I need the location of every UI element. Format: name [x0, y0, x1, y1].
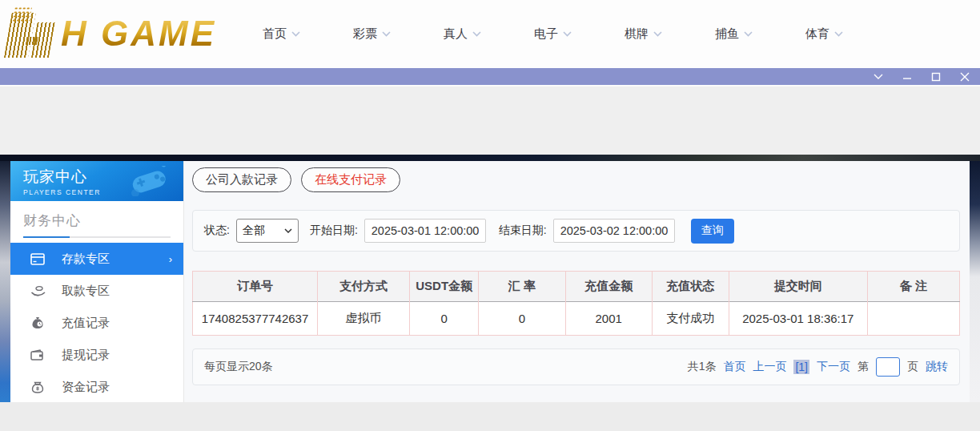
panel-top-border — [0, 155, 980, 161]
main-nav: 首页 彩票 真人 电子 棋牌 捕鱼 体育 — [263, 26, 843, 42]
current-page-indicator[interactable]: [1] — [793, 360, 809, 374]
close-icon — [960, 72, 970, 82]
col-recharge-amount: 充值金额 — [565, 272, 652, 302]
jump-page-input[interactable] — [876, 357, 900, 377]
nav-item-chess[interactable]: 棋牌 — [625, 26, 662, 42]
payment-records-table: 订单号 支付方式 USDT金额 汇 率 充值金额 充值状态 提交时间 备 注 1… — [192, 271, 960, 336]
table-header-row: 订单号 支付方式 USDT金额 汇 率 充值金额 充值状态 提交时间 备 注 — [193, 272, 960, 302]
sidebar-item-label: 存款专区 — [62, 252, 110, 267]
hand-coin-icon — [30, 285, 46, 296]
record-tabs: 公司入款记录 在线支付记录 — [192, 167, 960, 192]
page-background-spacer — [0, 87, 980, 155]
bank-card-icon — [30, 253, 46, 265]
money-bag-icon — [30, 316, 46, 329]
nav-item-lottery[interactable]: 彩票 — [353, 26, 391, 42]
window-maximize-button[interactable] — [929, 70, 943, 83]
window-close-button[interactable] — [958, 70, 972, 83]
chevron-down-icon — [382, 31, 391, 37]
chevron-down-icon — [653, 31, 662, 37]
col-order-number: 订单号 — [193, 272, 318, 302]
first-page-link[interactable]: 首页 — [723, 360, 745, 374]
main-panel: 玩家中心 PLAYERS CENTER 财务中心 — [0, 161, 980, 402]
coin-purse-icon — [30, 381, 46, 393]
next-page-link[interactable]: 下一页 — [817, 360, 850, 374]
top-header: H GAME 首页 彩票 真人 电子 棋牌 捕鱼 体育 — [0, 0, 980, 68]
sidebar-item-fund-records[interactable]: 资金记录 — [10, 371, 183, 402]
cell-recharge-status: 支付成功 — [652, 302, 729, 336]
nav-item-fishing[interactable]: 捕鱼 — [715, 26, 753, 42]
sidebar-item-label: 提现记录 — [62, 348, 110, 363]
cell-recharge-amount: 2001 — [565, 302, 652, 336]
section-underline — [23, 236, 171, 238]
end-date-input[interactable] — [553, 219, 675, 243]
cell-exchange-rate: 0 — [479, 302, 565, 336]
chevron-down-icon — [563, 31, 572, 37]
content-area: 公司入款记录 在线支付记录 状态: 全部 开始日期: 结束日期: 查询 订单号 — [184, 161, 970, 402]
window-titlebar — [0, 68, 980, 87]
tab-company-deposit-records[interactable]: 公司入款记录 — [192, 167, 291, 192]
prev-page-link[interactable]: 上一页 — [753, 360, 786, 374]
minimize-icon — [902, 72, 912, 82]
col-payment-method: 支付方式 — [318, 272, 410, 302]
sidebar-item-label: 资金记录 — [62, 380, 110, 395]
panel-left-border — [0, 161, 10, 402]
sidebar-item-withdrawal-records[interactable]: 提现记录 — [10, 339, 183, 371]
cell-order-number: 1740825377742637 — [193, 302, 318, 336]
col-submit-time: 提交时间 — [729, 272, 867, 302]
cell-usdt-amount: 0 — [410, 302, 479, 336]
nav-item-slots[interactable]: 电子 — [534, 26, 572, 42]
start-date-label: 开始日期: — [310, 224, 358, 238]
chevron-down-icon — [284, 228, 292, 233]
window-minimize-button[interactable] — [900, 70, 914, 83]
panel-right-border — [970, 161, 980, 402]
chevron-down-icon — [291, 31, 300, 37]
filter-bar: 状态: 全部 开始日期: 结束日期: 查询 — [192, 210, 960, 252]
sidebar: 玩家中心 PLAYERS CENTER 财务中心 — [10, 161, 184, 402]
gamepad-icon — [126, 166, 172, 196]
window-dropdown-button[interactable] — [871, 70, 886, 83]
pagination-bar: 每页显示20条 共1条 首页 上一页 [1] 下一页 第 页 跳转 — [192, 348, 960, 385]
sidebar-item-withdraw-zone[interactable]: 取款专区 — [10, 275, 183, 307]
status-select[interactable]: 全部 — [236, 219, 299, 243]
jump-prefix-text: 第 — [858, 360, 869, 374]
page-size-text: 每页显示20条 — [204, 360, 273, 374]
wallet-icon — [30, 349, 46, 361]
col-remark: 备 注 — [868, 272, 960, 302]
finance-center-label: 财务中心 — [23, 211, 171, 230]
logo-text: H GAME — [61, 16, 216, 58]
cell-payment-method: 虚拟币 — [318, 302, 410, 336]
nav-item-home[interactable]: 首页 — [263, 26, 300, 42]
sidebar-menu: 存款专区 › 取款专区 充值记录 提现记录 — [10, 243, 183, 402]
finance-center-section: 财务中心 — [10, 201, 183, 238]
sidebar-item-label: 取款专区 — [62, 284, 110, 299]
chevron-down-icon — [472, 31, 481, 37]
nav-item-sports[interactable]: 体育 — [805, 26, 843, 42]
page-bottom-strip — [0, 402, 980, 431]
col-usdt-amount: USDT金额 — [410, 272, 479, 302]
logo-dots-decoration — [12, 6, 33, 22]
end-date-label: 结束日期: — [499, 224, 547, 238]
cell-submit-time: 2025-03-01 18:36:17 — [729, 302, 867, 336]
sidebar-item-deposit-zone[interactable]: 存款专区 › — [10, 243, 183, 275]
total-count-text: 共1条 — [688, 360, 717, 374]
jump-button[interactable]: 跳转 — [926, 360, 948, 374]
players-center-header: 玩家中心 PLAYERS CENTER — [10, 161, 183, 201]
status-label: 状态: — [204, 224, 230, 238]
site-logo[interactable]: H GAME — [8, 11, 218, 58]
chevron-right-icon: › — [169, 253, 172, 265]
tab-online-payment-records[interactable]: 在线支付记录 — [301, 167, 400, 192]
cell-remark — [868, 302, 960, 336]
chevron-down-icon — [834, 31, 843, 37]
col-exchange-rate: 汇 率 — [479, 272, 565, 302]
col-recharge-status: 充值状态 — [652, 272, 729, 302]
sidebar-item-label: 充值记录 — [62, 316, 110, 331]
pagination-controls: 共1条 首页 上一页 [1] 下一页 第 页 跳转 — [688, 357, 948, 377]
table-row: 1740825377742637 虚拟币 0 0 2001 支付成功 2025-… — [193, 302, 960, 336]
sidebar-item-recharge-records[interactable]: 充值记录 — [10, 307, 183, 339]
logo-striped-h — [4, 11, 62, 58]
start-date-input[interactable] — [364, 219, 486, 243]
chevron-down-icon — [744, 31, 753, 37]
nav-item-live[interactable]: 真人 — [444, 26, 481, 42]
maximize-icon — [931, 72, 941, 82]
query-button[interactable]: 查询 — [691, 219, 734, 244]
